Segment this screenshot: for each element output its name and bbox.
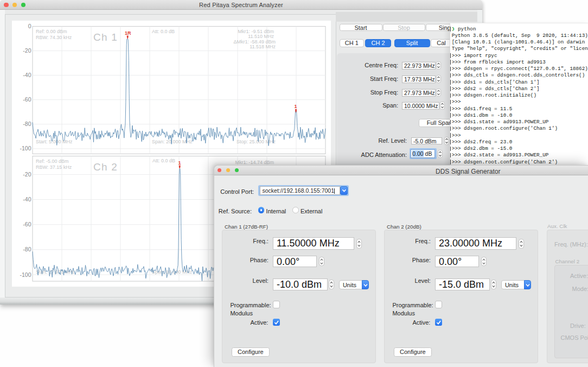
svg-text:Stop: 25.000 MHz: Stop: 25.000 MHz — [237, 139, 276, 144]
svg-text:Ref: -5.00 dBm: Ref: -5.00 dBm — [36, 159, 69, 164]
svg-text:-80: -80 — [23, 246, 31, 252]
svg-text:Att: 0.0 dB: Att: 0.0 dB — [152, 158, 175, 163]
svg-text:11.510 MHz: 11.510 MHz — [248, 34, 274, 39]
svg-text:-60: -60 — [23, 221, 31, 227]
svg-text:-100: -100 — [20, 145, 31, 151]
svg-text:1R: 1R — [125, 30, 131, 36]
svg-text:Start: 5.000 MHz: Start: 5.000 MHz — [36, 139, 73, 144]
svg-text:Ch 2: Ch 2 — [93, 161, 118, 173]
svg-text:Ch 1: Ch 1 — [93, 31, 118, 43]
svg-text:1: 1 — [178, 160, 181, 166]
svg-text:RBW: 74.30 kHz: RBW: 74.30 kHz — [36, 35, 72, 40]
svg-text:-20: -20 — [23, 171, 31, 178]
svg-text:-100: -100 — [20, 271, 31, 278]
svg-text:-20: -20 — [23, 47, 31, 54]
svg-text:Ref: 0.00 dBm: Ref: 0.00 dBm — [36, 29, 67, 34]
svg-text:-80: -80 — [23, 121, 31, 127]
svg-text:ΔMkr1: -58.49 dBm: ΔMkr1: -58.49 dBm — [233, 39, 276, 45]
svg-text:Mkr1: -9.51 dBm: Mkr1: -9.51 dBm — [238, 29, 274, 34]
svg-text:RBW: 37.15 kHz: RBW: 37.15 kHz — [36, 164, 72, 170]
svg-text:-40: -40 — [23, 196, 31, 203]
svg-text:Mkr1: -14.74 dBm: Mkr1: -14.74 dBm — [235, 160, 274, 165]
svg-text:0: 0 — [28, 23, 31, 29]
svg-text:Att: 0.0 dB: Att: 0.0 dB — [152, 29, 175, 34]
svg-text:1: 1 — [295, 104, 297, 109]
svg-text:-40: -40 — [23, 72, 31, 78]
svg-text:-60: -60 — [23, 96, 31, 103]
svg-text:11.518 MHz: 11.518 MHz — [250, 44, 276, 49]
